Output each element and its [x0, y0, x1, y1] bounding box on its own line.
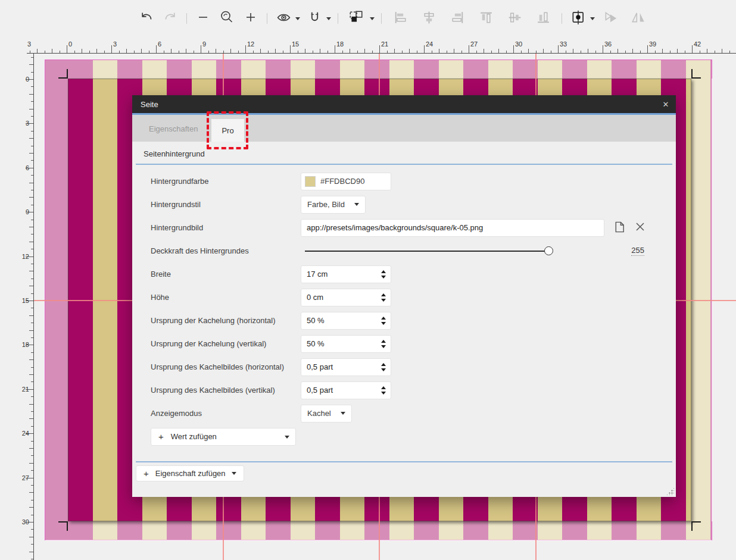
- distribute-button[interactable]: [602, 10, 620, 27]
- height-value: 0 cm: [307, 293, 323, 302]
- tab-strip: Eigenschaften Pro: [132, 115, 676, 142]
- spin-up-icon[interactable]: [381, 293, 386, 296]
- center-on-page-button[interactable]: [569, 10, 587, 27]
- tab-eigenschaften[interactable]: Eigenschaften: [149, 115, 198, 142]
- align-right-button[interactable]: [448, 10, 466, 27]
- align-left-button[interactable]: [391, 10, 409, 27]
- field-label: Breite: [151, 270, 301, 279]
- tiling-origin-h-spinner[interactable]: 50 %: [301, 312, 391, 330]
- ruler-label: 42: [694, 40, 701, 48]
- row-anzeigemodus: Anzeigemodus Kachel: [132, 402, 676, 425]
- color-value: #FFDBCD90: [320, 177, 364, 186]
- toolbar-separator: [338, 13, 338, 24]
- snap-button[interactable]: [305, 10, 323, 27]
- chevron-down-icon: [232, 472, 236, 475]
- add-property-button[interactable]: + Eigenschaft zufügen: [136, 465, 244, 481]
- crop-mark-top-left: [58, 69, 68, 79]
- align-top-button[interactable]: [477, 10, 495, 27]
- tile-image-origin-h-spinner[interactable]: 0,5 part: [301, 358, 391, 376]
- ruler-label: 21: [381, 40, 388, 48]
- spin-down-icon[interactable]: [381, 276, 386, 279]
- spin-up-icon[interactable]: [381, 363, 386, 366]
- visibility-button[interactable]: [275, 10, 292, 27]
- align-center-horizontal-icon: [422, 10, 436, 27]
- center-on-page-dropdown-caret[interactable]: [590, 17, 595, 20]
- align-bottom-icon: [536, 10, 551, 27]
- spin-up-icon[interactable]: [381, 317, 386, 320]
- chevron-down-icon: [285, 436, 289, 439]
- mirror-button[interactable]: [629, 10, 647, 27]
- dialog-content: Seitenhintergrund Hintergrundfarbe #FFDB…: [132, 149, 676, 496]
- align-center-vertical-button[interactable]: [506, 10, 523, 27]
- snap-dropdown-caret[interactable]: [326, 17, 331, 20]
- clear-image-button[interactable]: [632, 220, 648, 236]
- spin-down-icon[interactable]: [381, 392, 386, 395]
- align-top-icon: [479, 10, 494, 27]
- row-deckkraft: Deckkraft des Hintergrundes 255: [132, 239, 676, 262]
- section-title: Seitenhintergrund: [144, 149, 676, 158]
- selection-style-dropdown-caret[interactable]: [370, 17, 375, 20]
- browse-file-button[interactable]: [612, 220, 627, 236]
- spin-down-icon[interactable]: [381, 345, 386, 348]
- color-input[interactable]: #FFDBCD90: [301, 173, 391, 190]
- style-select[interactable]: Farbe, Bild: [301, 196, 366, 214]
- ruler-label: 9: [202, 40, 206, 48]
- redo-button[interactable]: [161, 10, 179, 27]
- spin-down-icon[interactable]: [381, 368, 386, 371]
- tile-image-origin-v-spinner[interactable]: 0,5 part: [301, 381, 391, 399]
- field-label: Hintergrundstil: [151, 200, 301, 209]
- ruler-label: 0: [68, 40, 72, 48]
- tab-pro[interactable]: Pro: [211, 119, 244, 142]
- opacity-slider[interactable]: [305, 246, 553, 256]
- spin-down-icon[interactable]: [381, 299, 386, 302]
- seite-dialog: Seite ✕ Eigenschaften Pro Seitenhintergr…: [132, 95, 676, 497]
- display-mode-select[interactable]: Kachel: [301, 405, 352, 423]
- distribute-icon: [603, 10, 619, 27]
- spin-up-icon[interactable]: [381, 386, 386, 389]
- redo-icon: [163, 10, 177, 27]
- minus-icon: [196, 10, 210, 27]
- row-kachelbild-horizontal: Ursprung des Kachelbildes (horizontal) 0…: [132, 355, 676, 378]
- width-spinner[interactable]: 17 cm: [301, 265, 391, 283]
- chevron-down-icon: [354, 203, 359, 206]
- ruler-horizontal[interactable]: 303691215182124273033363942: [27, 39, 736, 54]
- magnifier-icon: [219, 10, 235, 27]
- tiling-origin-v-value: 50 %: [307, 339, 325, 348]
- tiling-origin-v-spinner[interactable]: 50 %: [301, 335, 391, 353]
- crop-mark-bottom-right: [691, 521, 701, 531]
- crop-mark-bottom-left: [58, 521, 68, 531]
- color-swatch[interactable]: [305, 176, 316, 187]
- main-toolbar: [0, 0, 736, 37]
- ruler-label: 24: [426, 40, 433, 48]
- dialog-titlebar[interactable]: Seite ✕: [132, 95, 676, 113]
- style-value: Farbe, Bild: [307, 200, 345, 209]
- spin-down-icon[interactable]: [381, 322, 386, 325]
- spin-up-icon[interactable]: [381, 340, 386, 343]
- field-label: Hintergrundfarbe: [151, 177, 301, 186]
- plus-icon: [244, 10, 258, 27]
- align-center-horizontal-button[interactable]: [420, 10, 438, 27]
- zoom-in-button[interactable]: [242, 10, 260, 27]
- toolbar-separator: [562, 13, 562, 24]
- field-label: Deckkraft des Hintergrundes: [151, 246, 301, 255]
- zoom-out-button[interactable]: [194, 10, 212, 27]
- visibility-dropdown-caret[interactable]: [295, 17, 300, 20]
- magnet-icon: [307, 10, 322, 27]
- image-path-input[interactable]: app://presets/images/backgrounds/square/…: [301, 219, 604, 237]
- ruler-label: 6: [158, 40, 161, 48]
- add-value-button[interactable]: + Wert zufügen: [151, 428, 296, 446]
- display-mode-value: Kachel: [307, 409, 331, 418]
- selection-style-button[interactable]: [345, 10, 367, 27]
- opacity-value[interactable]: 255: [631, 246, 644, 256]
- eye-icon: [276, 10, 291, 27]
- close-icon[interactable]: ✕: [656, 95, 676, 113]
- slider-handle[interactable]: [544, 246, 553, 255]
- height-spinner[interactable]: 0 cm: [301, 289, 391, 306]
- align-bottom-button[interactable]: [534, 10, 552, 27]
- undo-button[interactable]: [138, 10, 155, 27]
- tiling-origin-h-value: 50 %: [307, 316, 325, 325]
- spin-up-icon[interactable]: [381, 270, 386, 273]
- zoom-reset-button[interactable]: [218, 10, 236, 27]
- slider-track[interactable]: [305, 251, 553, 252]
- row-hintergrundstil: Hintergrundstil Farbe, Bild: [132, 193, 676, 216]
